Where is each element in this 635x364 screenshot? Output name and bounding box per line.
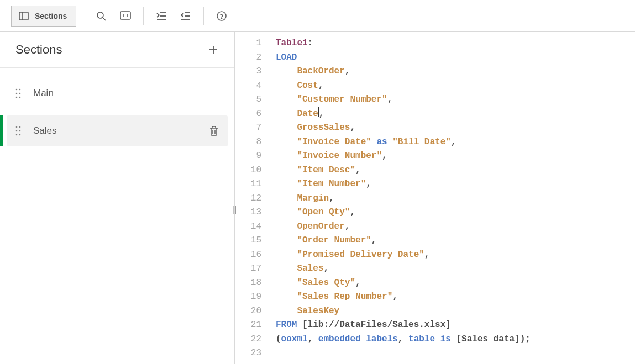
code-token: "Invoice Number" [297,151,382,161]
code-token: LOAD [276,52,297,62]
svg-point-14 [222,18,222,18]
line-number: 12 [235,192,261,206]
line-number: 5 [235,93,261,107]
indent-button[interactable] [150,6,172,27]
line-number: 14 [235,220,261,234]
code-token: , [350,207,355,217]
comment-icon [119,10,132,22]
code-token: "Item Desc" [297,165,355,175]
code-token: "Sales Rep Number" [297,292,392,302]
line-number-gutter: 1234567891011121314151617181920212223 [235,32,267,364]
code-token: ( [276,334,281,344]
panel-icon [18,10,29,22]
line-number: 9 [235,149,261,163]
code-line[interactable]: (ooxml, embedded labels, table is [Sales… [276,333,635,347]
svg-point-19 [16,93,18,94]
code-line[interactable]: "Invoice Date" as "Bill Date", [276,135,635,150]
add-section-button[interactable] [206,42,221,57]
code-token: , [355,278,361,288]
code-line[interactable]: OpenOrder, [276,220,635,234]
code-line[interactable]: "Sales Rep Number", [276,290,635,304]
code-token: SalesKey [297,306,339,316]
code-token: as [376,137,387,147]
code-line[interactable]: Table1: [276,36,635,51]
code-token: , [308,334,318,344]
line-number: 1 [235,36,261,51]
drag-handle-icon[interactable] [15,126,21,136]
delete-section-button[interactable] [209,125,219,136]
line-number: 3 [235,65,261,79]
code-line[interactable]: "Sales Qty", [276,276,635,291]
code-token: Date [297,109,318,119]
code-token: , [323,263,329,273]
line-number: 19 [235,290,261,304]
code-token: , [392,292,398,302]
svg-point-27 [16,134,18,136]
code-token: , [318,81,324,91]
code-token [297,320,302,330]
code-line[interactable]: SalesKey [276,304,635,319]
code-line[interactable]: "Invoice Number", [276,149,635,163]
svg-point-20 [19,93,21,94]
line-number: 22 [235,333,261,347]
line-number: 18 [235,276,261,291]
help-icon [216,10,227,22]
line-number: 4 [235,79,261,93]
code-token: "Item Number" [297,179,366,189]
code-line[interactable]: "Order Number", [276,234,635,248]
code-line[interactable]: "Item Number", [276,177,635,192]
code-line[interactable]: GrossSales, [276,121,635,135]
code-token: Sales [297,263,323,273]
search-button[interactable] [90,6,112,27]
help-button[interactable] [211,6,233,27]
drag-handle-icon[interactable] [15,88,21,98]
code-line[interactable]: "Item Desc", [276,163,635,178]
code-token: BackOrder [297,66,344,76]
code-token: , [345,66,350,76]
code-line[interactable]: Margin, [276,192,635,206]
code-token: OpenOrder [297,221,344,231]
code-token: embedded labels [318,334,398,344]
section-item-main[interactable]: Main [7,78,228,109]
main-area: Sections Main [0,32,635,364]
svg-line-3 [103,18,106,20]
code-line[interactable]: LOAD [276,51,635,65]
code-line[interactable] [276,346,635,361]
code-line[interactable]: "Open Qty", [276,205,635,220]
svg-rect-0 [19,12,28,20]
code-token: FROM [276,320,297,330]
svg-point-25 [16,130,18,132]
sections-button[interactable]: Sections [11,6,76,27]
code-token: , [355,165,361,175]
section-item-label: Main [33,88,219,99]
code-token [371,137,377,147]
code-line[interactable]: BackOrder, [276,65,635,79]
section-item-label: Sales [33,125,197,136]
code-token: Margin [297,193,329,203]
code-line[interactable]: Sales, [276,262,635,276]
code-line[interactable]: "Promised Delivery Date", [276,248,635,262]
section-item-sales[interactable]: Sales [7,115,228,146]
splitter-handle[interactable]: ‖ [233,205,237,214]
code-token [387,137,393,147]
trash-icon [209,125,219,136]
code-line[interactable]: Cost, [276,79,635,93]
svg-point-21 [16,97,18,98]
code-token: "Bill Date" [392,137,451,147]
code-token: Table1 [276,38,308,48]
svg-point-22 [19,97,21,98]
code-token: , [398,334,408,344]
code-token: , [329,193,334,203]
code-line[interactable]: "Customer Number", [276,93,635,107]
code-line[interactable]: FROM [lib://DataFiles/Sales.xlsx] [276,318,635,333]
line-number: 11 [235,177,261,192]
code-token: , [382,151,387,161]
script-editor[interactable]: 1234567891011121314151617181920212223 Ta… [235,32,635,364]
code-line[interactable]: Date, [276,107,635,122]
svg-point-18 [19,89,21,91]
code-token: "Sales Qty" [297,278,355,288]
comment-button[interactable] [114,6,137,27]
code-area[interactable]: Table1:LOAD BackOrder, Cost, "Customer N… [267,32,635,364]
outdent-button[interactable] [175,6,197,27]
code-token: Cost [297,81,318,91]
